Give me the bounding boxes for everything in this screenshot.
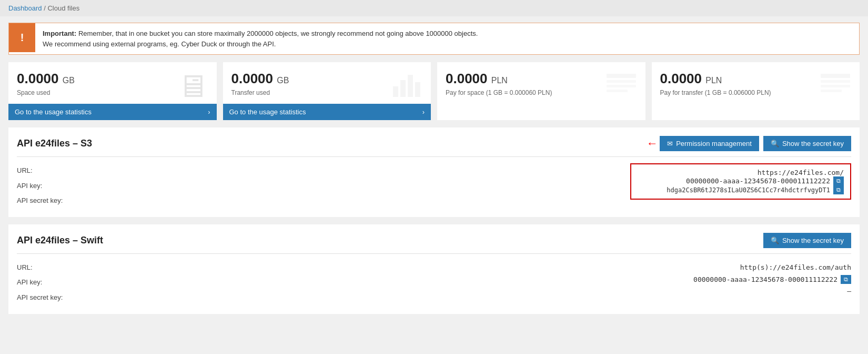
copy-icon-swift-key: ⧉: [844, 276, 848, 283]
stat-card-space: 🖥 0.0000 GB Space used Go to the usage s…: [8, 62, 217, 120]
search-icon-swift: 🔍: [771, 237, 779, 244]
permission-icon: ✉: [667, 140, 673, 148]
api-secret-label-row: API secret key:: [17, 193, 63, 209]
breadcrumb-dashboard[interactable]: Dashboard: [8, 4, 42, 12]
s3-api-secret-value: hdga2CsBR6tJ278sILaU0ZS6C1Cc7r4hdctrfvgy…: [667, 186, 830, 194]
api-s3-title: API e24files – S3: [17, 138, 92, 149]
s3-api-key-value: 00000000-aaaa-12345678-000011112222: [686, 177, 830, 185]
swift-url-label-row: URL:: [17, 260, 63, 276]
stat-btn-transfer[interactable]: Go to the usage statistics ›: [223, 104, 431, 120]
swift-url-value: http(s)://e24files.com/auth: [740, 260, 851, 276]
alert-line2: We recommend using external programs, eg…: [43, 40, 276, 48]
api-s3-details-row: URL: API key: API secret key: https://e2…: [17, 163, 851, 209]
stat-icon-transfer: [391, 71, 422, 105]
svg-rect-9: [821, 80, 850, 83]
api-s3-buttons: ↓ ✉ Permission management 🔍 Show the sec…: [650, 136, 851, 151]
api-swift-title: API e24files – Swift: [17, 235, 103, 246]
s3-api-key-value-wrap: 00000000-aaaa-12345678-000011112222 ⧉: [686, 176, 844, 185]
s3-url-value-wrap: https://e24files.com/: [638, 169, 844, 176]
stat-btn-arrow-transfer: ›: [422, 108, 425, 116]
alert-bold: Important:: [43, 30, 76, 37]
search-icon-s3: 🔍: [771, 140, 779, 148]
svg-rect-8: [821, 74, 850, 78]
swift-api-key-row: 00000000-aaaa-12345678-000011112222 ⧉: [693, 275, 851, 284]
swift-api-secret-row: –: [693, 284, 851, 299]
page-content: ! Important: Remember, that in one bucke…: [0, 16, 868, 328]
swift-url-label: URL:: [17, 260, 33, 276]
stat-card-pay-transfer: 0.0000 PLN Pay for transfer (1 GB = 0.00…: [652, 62, 860, 120]
svg-rect-7: [607, 90, 628, 92]
api-s3-header: API e24files – S3 ↓ ✉ Permission managem…: [17, 136, 851, 157]
permission-management-button[interactable]: ✉ Permission management: [660, 136, 759, 151]
stats-row: 🖥 0.0000 GB Space used Go to the usage s…: [8, 62, 860, 120]
show-secret-key-s3-button[interactable]: 🔍 Show the secret key: [763, 136, 851, 151]
api-secret-label: API secret key:: [17, 193, 63, 209]
api-swift-labels: URL: API key: API secret key:: [17, 260, 63, 306]
api-swift-values: http(s)://e24files.com/auth 00000000-aaa…: [693, 260, 851, 299]
svg-rect-5: [607, 80, 636, 83]
swift-api-key-value-wrap: 00000000-aaaa-12345678-000011112222 ⧉: [693, 275, 851, 284]
copy-api-key-s3-button[interactable]: ⧉: [833, 176, 844, 185]
stat-icon-pay-space: [605, 71, 637, 102]
api-swift-header: API e24files – Swift 🔍 Show the secret k…: [17, 233, 851, 254]
svg-rect-3: [415, 82, 420, 97]
s3-api-key-row: 00000000-aaaa-12345678-000011112222 ⧉: [638, 176, 844, 185]
s3-url-value: https://e24files.com/: [758, 169, 844, 176]
api-key-label: API key:: [17, 179, 42, 194]
url-label-row: URL:: [17, 163, 63, 179]
swift-url-row: http(s)://e24files.com/auth: [693, 260, 851, 276]
api-key-label-row: API key:: [17, 179, 63, 194]
url-label: URL:: [17, 163, 33, 179]
copy-icon-s3-secret: ⧉: [836, 186, 841, 193]
copy-api-secret-s3-button[interactable]: ⧉: [833, 185, 844, 194]
copy-icon-s3-key: ⧉: [836, 178, 841, 184]
alert-box: ! Important: Remember, that in one bucke…: [8, 23, 860, 55]
svg-rect-2: [408, 75, 413, 97]
breadcrumb: Dashboard / Cloud files: [0, 0, 868, 16]
alert-line1: Remember, that in one bucket you can sto…: [78, 30, 478, 37]
swift-api-key-value: 00000000-aaaa-12345678-000011112222: [693, 276, 837, 283]
s3-api-secret-row: hdga2CsBR6tJ278sILaU0ZS6C1Cc7r4hdctrfvgy…: [638, 185, 844, 194]
s3-api-secret-value-wrap: hdga2CsBR6tJ278sILaU0ZS6C1Cc7r4hdctrfvgy…: [667, 185, 844, 194]
stat-icon-pay-transfer: [820, 71, 851, 102]
stat-card-transfer: 0.0000 GB Transfer used Go to the usage …: [223, 62, 431, 120]
show-secret-key-swift-button[interactable]: 🔍 Show the secret key: [763, 233, 851, 248]
alert-icon: !: [9, 23, 35, 52]
svg-rect-6: [607, 85, 636, 87]
breadcrumb-current: Cloud files: [47, 4, 79, 12]
api-swift-section: API e24files – Swift 🔍 Show the secret k…: [8, 224, 860, 314]
stat-icon-space: 🖥: [177, 71, 208, 102]
red-arrow-icon: ↓: [646, 141, 660, 146]
swift-api-secret-value: –: [847, 284, 851, 299]
svg-rect-1: [400, 80, 406, 97]
swift-api-key-label-row: API key:: [17, 275, 63, 290]
svg-rect-11: [821, 90, 842, 92]
copy-api-key-swift-button[interactable]: ⧉: [841, 275, 851, 284]
api-s3-section: API e24files – S3 ↓ ✉ Permission managem…: [8, 127, 860, 217]
swift-api-secret-label: API secret key:: [17, 290, 63, 306]
stat-btn-arrow-space: ›: [208, 108, 210, 116]
swift-api-key-label: API key:: [17, 275, 42, 290]
api-s3-labels: URL: API key: API secret key:: [17, 163, 63, 209]
alert-text: Important: Remember, that in one bucket …: [35, 23, 485, 54]
svg-rect-4: [607, 74, 636, 78]
svg-rect-0: [393, 86, 398, 97]
stat-card-pay-space: 0.0000 PLN Pay for space (1 GB = 0.00006…: [437, 62, 645, 120]
api-swift-details-row: URL: API key: API secret key: http(s)://…: [17, 260, 851, 306]
s3-url-row: https://e24files.com/: [638, 169, 844, 176]
swift-api-secret-label-row: API secret key:: [17, 290, 63, 306]
api-swift-buttons: 🔍 Show the secret key: [763, 233, 851, 248]
svg-rect-10: [821, 85, 850, 87]
api-s3-info-box: https://e24files.com/ 00000000-aaaa-1234…: [630, 163, 851, 200]
stat-btn-space[interactable]: Go to the usage statistics ›: [8, 104, 217, 120]
